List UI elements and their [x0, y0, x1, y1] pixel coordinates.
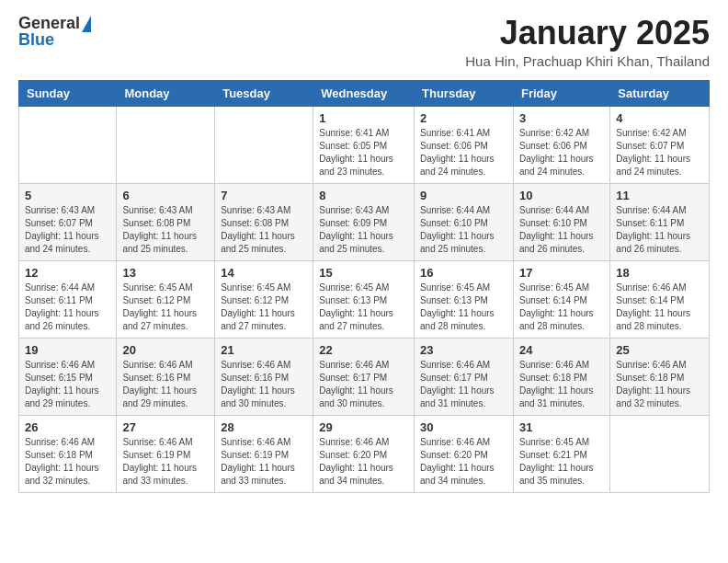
day-number: 1	[319, 111, 408, 125]
title-area: January 2025 Hua Hin, Prachuap Khiri Kha…	[465, 15, 710, 69]
day-info: Sunrise: 6:41 AM Sunset: 6:06 PM Dayligh…	[420, 127, 507, 178]
day-number: 23	[420, 343, 507, 357]
day-number: 8	[319, 189, 408, 202]
day-info: Sunrise: 6:45 AM Sunset: 6:14 PM Dayligh…	[519, 282, 604, 333]
day-number: 20	[122, 343, 209, 357]
table-row: 27Sunrise: 6:46 AM Sunset: 6:19 PM Dayli…	[117, 415, 215, 492]
day-number: 6	[122, 189, 209, 202]
table-row: 4Sunrise: 6:42 AM Sunset: 6:07 PM Daylig…	[610, 106, 710, 183]
day-info: Sunrise: 6:44 AM Sunset: 6:11 PM Dayligh…	[25, 282, 110, 333]
day-info: Sunrise: 6:42 AM Sunset: 6:07 PM Dayligh…	[616, 127, 703, 178]
day-info: Sunrise: 6:45 AM Sunset: 6:12 PM Dayligh…	[122, 282, 209, 333]
day-info: Sunrise: 6:46 AM Sunset: 6:19 PM Dayligh…	[221, 436, 307, 488]
day-info: Sunrise: 6:42 AM Sunset: 6:06 PM Dayligh…	[519, 127, 604, 178]
day-number: 15	[319, 266, 408, 280]
day-info: Sunrise: 6:46 AM Sunset: 6:15 PM Dayligh…	[25, 359, 110, 410]
logo-general: General	[18, 15, 80, 31]
header-friday: Friday	[513, 80, 609, 106]
day-info: Sunrise: 6:46 AM Sunset: 6:17 PM Dayligh…	[420, 359, 507, 410]
calendar-week-3: 12Sunrise: 6:44 AM Sunset: 6:11 PM Dayli…	[19, 260, 710, 338]
day-info: Sunrise: 6:46 AM Sunset: 6:19 PM Dayligh…	[122, 436, 209, 488]
table-row: 21Sunrise: 6:46 AM Sunset: 6:16 PM Dayli…	[215, 338, 313, 415]
day-info: Sunrise: 6:44 AM Sunset: 6:10 PM Dayligh…	[420, 204, 507, 256]
day-number: 16	[420, 266, 507, 280]
table-row: 9Sunrise: 6:44 AM Sunset: 6:10 PM Daylig…	[415, 183, 514, 260]
day-number: 13	[122, 266, 209, 280]
table-row: 28Sunrise: 6:46 AM Sunset: 6:19 PM Dayli…	[215, 415, 313, 492]
day-info: Sunrise: 6:45 AM Sunset: 6:13 PM Dayligh…	[319, 282, 408, 333]
calendar-table: Sunday Monday Tuesday Wednesday Thursday…	[18, 80, 710, 493]
table-row: 19Sunrise: 6:46 AM Sunset: 6:15 PM Dayli…	[19, 338, 117, 415]
day-number: 28	[221, 420, 307, 434]
day-number: 17	[519, 266, 604, 280]
table-row: 31Sunrise: 6:45 AM Sunset: 6:21 PM Dayli…	[513, 415, 609, 492]
table-row: 26Sunrise: 6:46 AM Sunset: 6:18 PM Dayli…	[19, 415, 117, 492]
day-info: Sunrise: 6:44 AM Sunset: 6:11 PM Dayligh…	[616, 204, 703, 256]
logo: General Blue	[18, 15, 91, 48]
day-info: Sunrise: 6:43 AM Sunset: 6:07 PM Dayligh…	[25, 204, 110, 256]
day-info: Sunrise: 6:46 AM Sunset: 6:16 PM Dayligh…	[221, 359, 307, 410]
day-info: Sunrise: 6:46 AM Sunset: 6:18 PM Dayligh…	[25, 436, 110, 488]
table-row: 20Sunrise: 6:46 AM Sunset: 6:16 PM Dayli…	[117, 338, 215, 415]
table-row	[215, 106, 313, 183]
table-row	[610, 415, 710, 492]
day-info: Sunrise: 6:43 AM Sunset: 6:09 PM Dayligh…	[319, 204, 408, 256]
table-row: 18Sunrise: 6:46 AM Sunset: 6:14 PM Dayli…	[610, 260, 710, 338]
day-number: 12	[25, 266, 110, 280]
month-title: January 2025	[465, 15, 710, 52]
table-row: 2Sunrise: 6:41 AM Sunset: 6:06 PM Daylig…	[415, 106, 514, 183]
day-info: Sunrise: 6:46 AM Sunset: 6:18 PM Dayligh…	[616, 359, 703, 410]
day-info: Sunrise: 6:46 AM Sunset: 6:20 PM Dayligh…	[420, 436, 507, 488]
header-wednesday: Wednesday	[313, 80, 415, 106]
day-number: 9	[420, 189, 507, 202]
calendar-week-5: 26Sunrise: 6:46 AM Sunset: 6:18 PM Dayli…	[19, 415, 710, 492]
table-row: 15Sunrise: 6:45 AM Sunset: 6:13 PM Dayli…	[313, 260, 415, 338]
header-tuesday: Tuesday	[215, 80, 313, 106]
day-info: Sunrise: 6:45 AM Sunset: 6:12 PM Dayligh…	[221, 282, 307, 333]
day-number: 14	[221, 266, 307, 280]
table-row: 29Sunrise: 6:46 AM Sunset: 6:20 PM Dayli…	[313, 415, 415, 492]
day-number: 19	[25, 343, 110, 357]
logo-blue: Blue	[18, 31, 91, 48]
day-info: Sunrise: 6:43 AM Sunset: 6:08 PM Dayligh…	[221, 204, 307, 256]
calendar-week-1: 1Sunrise: 6:41 AM Sunset: 6:05 PM Daylig…	[19, 106, 710, 183]
day-number: 25	[616, 343, 703, 357]
day-number: 30	[420, 420, 507, 434]
table-row: 10Sunrise: 6:44 AM Sunset: 6:10 PM Dayli…	[513, 183, 609, 260]
table-row: 11Sunrise: 6:44 AM Sunset: 6:11 PM Dayli…	[610, 183, 710, 260]
header-monday: Monday	[117, 80, 215, 106]
day-number: 11	[616, 189, 703, 202]
day-info: Sunrise: 6:46 AM Sunset: 6:20 PM Dayligh…	[319, 436, 408, 488]
day-number: 3	[519, 111, 604, 125]
day-info: Sunrise: 6:46 AM Sunset: 6:16 PM Dayligh…	[122, 359, 209, 410]
table-row: 1Sunrise: 6:41 AM Sunset: 6:05 PM Daylig…	[313, 106, 415, 183]
day-number: 31	[519, 420, 604, 434]
day-number: 22	[319, 343, 408, 357]
day-number: 4	[616, 111, 703, 125]
header: General Blue January 2025 Hua Hin, Prach…	[18, 15, 710, 69]
table-row: 17Sunrise: 6:45 AM Sunset: 6:14 PM Dayli…	[513, 260, 609, 338]
table-row	[19, 106, 117, 183]
table-row: 7Sunrise: 6:43 AM Sunset: 6:08 PM Daylig…	[215, 183, 313, 260]
day-number: 2	[420, 111, 507, 125]
table-row: 30Sunrise: 6:46 AM Sunset: 6:20 PM Dayli…	[415, 415, 514, 492]
day-number: 26	[25, 420, 110, 434]
calendar-header-row: Sunday Monday Tuesday Wednesday Thursday…	[19, 80, 710, 106]
table-row: 25Sunrise: 6:46 AM Sunset: 6:18 PM Dayli…	[610, 338, 710, 415]
page: General Blue January 2025 Hua Hin, Prach…	[0, 0, 728, 511]
day-number: 27	[122, 420, 209, 434]
day-info: Sunrise: 6:46 AM Sunset: 6:14 PM Dayligh…	[616, 282, 703, 333]
day-info: Sunrise: 6:46 AM Sunset: 6:17 PM Dayligh…	[319, 359, 408, 410]
calendar-week-2: 5Sunrise: 6:43 AM Sunset: 6:07 PM Daylig…	[19, 183, 710, 260]
day-info: Sunrise: 6:44 AM Sunset: 6:10 PM Dayligh…	[519, 204, 604, 256]
table-row: 8Sunrise: 6:43 AM Sunset: 6:09 PM Daylig…	[313, 183, 415, 260]
table-row	[117, 106, 215, 183]
table-row: 24Sunrise: 6:46 AM Sunset: 6:18 PM Dayli…	[513, 338, 609, 415]
table-row: 3Sunrise: 6:42 AM Sunset: 6:06 PM Daylig…	[513, 106, 609, 183]
location-title: Hua Hin, Prachuap Khiri Khan, Thailand	[465, 53, 710, 69]
table-row: 16Sunrise: 6:45 AM Sunset: 6:13 PM Dayli…	[415, 260, 514, 338]
day-number: 18	[616, 266, 703, 280]
day-info: Sunrise: 6:46 AM Sunset: 6:18 PM Dayligh…	[519, 359, 604, 410]
table-row: 14Sunrise: 6:45 AM Sunset: 6:12 PM Dayli…	[215, 260, 313, 338]
day-number: 5	[25, 189, 110, 202]
